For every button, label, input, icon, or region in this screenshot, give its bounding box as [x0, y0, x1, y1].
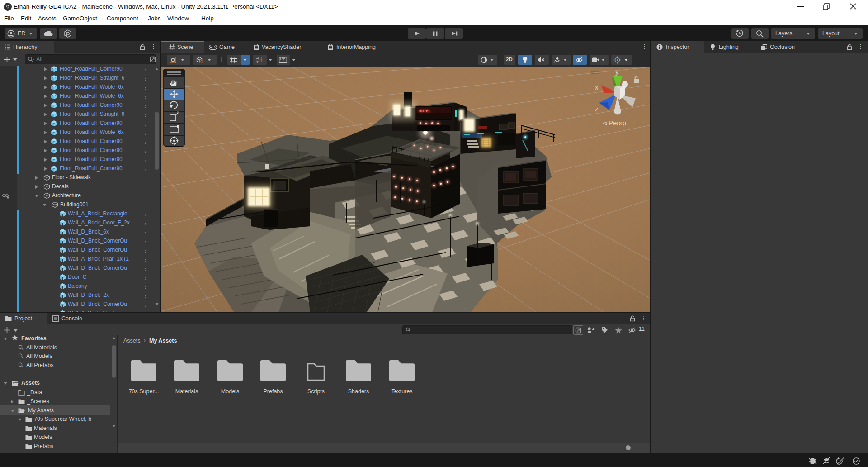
- svg-text:z: z: [595, 105, 599, 113]
- svg-text:HOTEL: HOTEL: [419, 109, 431, 114]
- svg-text:Y: Y: [235, 60, 237, 64]
- svg-text:x: x: [595, 83, 599, 91]
- svg-text:y: y: [615, 70, 619, 76]
